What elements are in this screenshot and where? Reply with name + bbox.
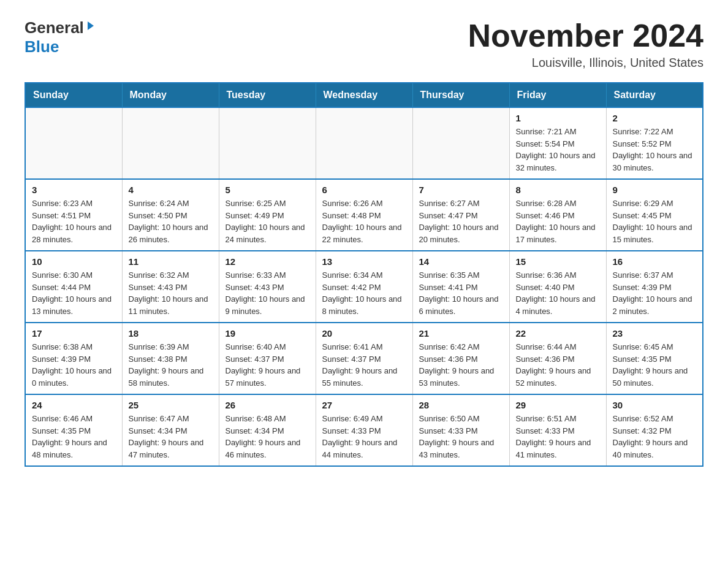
calendar-day-cell: 8Sunrise: 6:28 AM Sunset: 4:46 PM Daylig… (509, 179, 606, 251)
title-block: November 2024 Louisville, Illinois, Unit… (468, 18, 703, 70)
calendar-day-cell: 17Sunrise: 6:38 AM Sunset: 4:39 PM Dayli… (25, 323, 122, 394)
calendar-day-cell: 7Sunrise: 6:27 AM Sunset: 4:47 PM Daylig… (412, 179, 509, 251)
day-info: Sunrise: 6:38 AM Sunset: 4:39 PM Dayligh… (32, 341, 116, 389)
day-info: Sunrise: 6:49 AM Sunset: 4:33 PM Dayligh… (322, 413, 406, 461)
day-info: Sunrise: 6:33 AM Sunset: 4:43 PM Dayligh… (226, 269, 309, 317)
logo-blue-text: Blue (25, 37, 59, 56)
day-number: 19 (226, 328, 309, 339)
calendar-table: SundayMondayTuesdayWednesdayThursdayFrid… (25, 82, 703, 467)
day-number: 25 (129, 400, 213, 410)
day-number: 24 (32, 400, 116, 410)
calendar-day-header: Wednesday (316, 83, 412, 107)
day-number: 2 (613, 113, 697, 123)
day-number: 6 (322, 185, 406, 195)
day-info: Sunrise: 6:32 AM Sunset: 4:43 PM Dayligh… (129, 269, 213, 317)
day-info: Sunrise: 6:29 AM Sunset: 4:45 PM Dayligh… (613, 197, 697, 245)
calendar-day-header: Tuesday (219, 83, 316, 107)
day-info: Sunrise: 6:40 AM Sunset: 4:37 PM Dayligh… (226, 341, 309, 389)
day-info: Sunrise: 6:39 AM Sunset: 4:38 PM Dayligh… (129, 341, 213, 389)
calendar-day-cell: 12Sunrise: 6:33 AM Sunset: 4:43 PM Dayli… (219, 251, 316, 323)
page-subtitle: Louisville, Illinois, United States (468, 56, 703, 70)
calendar-day-cell (219, 107, 316, 179)
calendar-day-cell: 19Sunrise: 6:40 AM Sunset: 4:37 PM Dayli… (219, 323, 316, 394)
day-number: 11 (129, 256, 213, 267)
page-title: November 2024 (468, 18, 703, 53)
day-number: 7 (419, 185, 503, 195)
day-number: 29 (516, 400, 600, 410)
calendar-day-cell: 9Sunrise: 6:29 AM Sunset: 4:45 PM Daylig… (606, 179, 703, 251)
logo-general-text: General (25, 18, 84, 37)
calendar-day-cell: 14Sunrise: 6:35 AM Sunset: 4:41 PM Dayli… (412, 251, 509, 323)
day-number: 5 (226, 185, 309, 195)
day-info: Sunrise: 6:42 AM Sunset: 4:36 PM Dayligh… (419, 341, 503, 389)
calendar-day-cell: 30Sunrise: 6:52 AM Sunset: 4:32 PM Dayli… (606, 394, 703, 466)
day-number: 21 (419, 328, 503, 339)
calendar-day-cell: 24Sunrise: 6:46 AM Sunset: 4:35 PM Dayli… (25, 394, 122, 466)
calendar-day-cell: 13Sunrise: 6:34 AM Sunset: 4:42 PM Dayli… (316, 251, 412, 323)
day-info: Sunrise: 7:21 AM Sunset: 5:54 PM Dayligh… (516, 126, 600, 174)
calendar-day-cell: 3Sunrise: 6:23 AM Sunset: 4:51 PM Daylig… (25, 179, 122, 251)
calendar-day-header: Thursday (412, 83, 509, 107)
day-info: Sunrise: 6:25 AM Sunset: 4:49 PM Dayligh… (226, 197, 309, 245)
day-info: Sunrise: 6:44 AM Sunset: 4:36 PM Dayligh… (516, 341, 600, 389)
day-number: 15 (516, 256, 600, 267)
day-info: Sunrise: 6:50 AM Sunset: 4:33 PM Dayligh… (419, 413, 503, 461)
calendar-day-cell: 4Sunrise: 6:24 AM Sunset: 4:50 PM Daylig… (122, 179, 219, 251)
day-info: Sunrise: 6:46 AM Sunset: 4:35 PM Dayligh… (32, 413, 116, 461)
calendar-day-header: Saturday (606, 83, 703, 107)
day-info: Sunrise: 6:24 AM Sunset: 4:50 PM Dayligh… (129, 197, 213, 245)
calendar-day-cell: 23Sunrise: 6:45 AM Sunset: 4:35 PM Dayli… (606, 323, 703, 394)
day-info: Sunrise: 6:45 AM Sunset: 4:35 PM Dayligh… (613, 341, 697, 389)
calendar-day-cell: 28Sunrise: 6:50 AM Sunset: 4:33 PM Dayli… (412, 394, 509, 466)
day-info: Sunrise: 6:26 AM Sunset: 4:48 PM Dayligh… (322, 197, 406, 245)
day-info: Sunrise: 6:41 AM Sunset: 4:37 PM Dayligh… (322, 341, 406, 389)
logo-arrow-icon (85, 20, 96, 34)
page-header: General Blue November 2024 Louisville, I… (25, 18, 703, 70)
day-number: 8 (516, 185, 600, 195)
calendar-day-header: Friday (509, 83, 606, 107)
calendar-day-cell (25, 107, 122, 179)
calendar-header-row: SundayMondayTuesdayWednesdayThursdayFrid… (25, 83, 703, 107)
day-number: 28 (419, 400, 503, 410)
day-number: 27 (322, 400, 406, 410)
calendar-day-cell: 18Sunrise: 6:39 AM Sunset: 4:38 PM Dayli… (122, 323, 219, 394)
day-number: 12 (226, 256, 309, 267)
svg-marker-0 (88, 21, 94, 30)
day-info: Sunrise: 6:47 AM Sunset: 4:34 PM Dayligh… (129, 413, 213, 461)
day-number: 20 (322, 328, 406, 339)
calendar-day-cell: 5Sunrise: 6:25 AM Sunset: 4:49 PM Daylig… (219, 179, 316, 251)
calendar-day-cell (316, 107, 412, 179)
day-info: Sunrise: 7:22 AM Sunset: 5:52 PM Dayligh… (613, 126, 697, 174)
day-info: Sunrise: 6:23 AM Sunset: 4:51 PM Dayligh… (32, 197, 116, 245)
calendar-day-cell: 2Sunrise: 7:22 AM Sunset: 5:52 PM Daylig… (606, 107, 703, 179)
calendar-day-cell: 26Sunrise: 6:48 AM Sunset: 4:34 PM Dayli… (219, 394, 316, 466)
day-info: Sunrise: 6:27 AM Sunset: 4:47 PM Dayligh… (419, 197, 503, 245)
day-info: Sunrise: 6:30 AM Sunset: 4:44 PM Dayligh… (32, 269, 116, 317)
day-number: 1 (516, 113, 600, 123)
day-info: Sunrise: 6:36 AM Sunset: 4:40 PM Dayligh… (516, 269, 600, 317)
calendar-day-cell: 6Sunrise: 6:26 AM Sunset: 4:48 PM Daylig… (316, 179, 412, 251)
calendar-day-header: Monday (122, 83, 219, 107)
logo: General Blue (25, 18, 96, 56)
calendar-day-cell: 15Sunrise: 6:36 AM Sunset: 4:40 PM Dayli… (509, 251, 606, 323)
day-number: 18 (129, 328, 213, 339)
calendar-day-cell (122, 107, 219, 179)
calendar-day-cell: 1Sunrise: 7:21 AM Sunset: 5:54 PM Daylig… (509, 107, 606, 179)
calendar-week-row: 17Sunrise: 6:38 AM Sunset: 4:39 PM Dayli… (25, 323, 703, 394)
day-info: Sunrise: 6:52 AM Sunset: 4:32 PM Dayligh… (613, 413, 697, 461)
day-number: 3 (32, 185, 116, 195)
day-number: 17 (32, 328, 116, 339)
day-number: 23 (613, 328, 697, 339)
day-info: Sunrise: 6:34 AM Sunset: 4:42 PM Dayligh… (322, 269, 406, 317)
calendar-day-cell (412, 107, 509, 179)
day-number: 9 (613, 185, 697, 195)
day-number: 4 (129, 185, 213, 195)
calendar-week-row: 3Sunrise: 6:23 AM Sunset: 4:51 PM Daylig… (25, 179, 703, 251)
day-number: 14 (419, 256, 503, 267)
day-number: 30 (613, 400, 697, 410)
day-number: 22 (516, 328, 600, 339)
day-number: 10 (32, 256, 116, 267)
calendar-day-cell: 11Sunrise: 6:32 AM Sunset: 4:43 PM Dayli… (122, 251, 219, 323)
day-number: 13 (322, 256, 406, 267)
day-info: Sunrise: 6:37 AM Sunset: 4:39 PM Dayligh… (613, 269, 697, 317)
